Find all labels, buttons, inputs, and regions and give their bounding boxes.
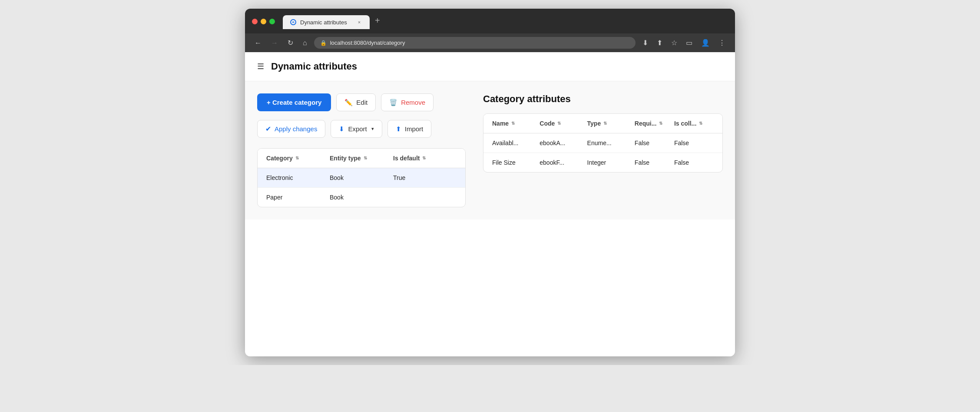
category-table-header: Category ⇅ Entity type ⇅ Is default ⇅ bbox=[258, 149, 465, 168]
page-content: ☰ Dynamic attributes + Create category ✏… bbox=[245, 52, 735, 356]
tab-bar: Dynamic attributes × + bbox=[283, 14, 384, 29]
is-default-sort-icon[interactable]: ⇅ bbox=[422, 156, 426, 160]
forward-button[interactable]: → bbox=[268, 37, 281, 49]
entity-type-column-header: Entity type ⇅ bbox=[330, 155, 393, 162]
attributes-table: Name ⇅ Code ⇅ Type ⇅ Requi... bbox=[483, 113, 723, 173]
browser-navbar: ← → ↻ ⌂ 🔒 localhost:8080/dynat/category … bbox=[245, 33, 735, 52]
attr-collection-cell: False bbox=[674, 159, 714, 166]
home-button[interactable]: ⌂ bbox=[300, 37, 310, 49]
category-table: Category ⇅ Entity type ⇅ Is default ⇅ bbox=[257, 148, 466, 207]
maximize-button[interactable] bbox=[269, 19, 275, 24]
left-panel: + Create category ✏️ Edit 🗑️ Remove ✔ Ap… bbox=[257, 93, 466, 207]
name-column-header: Name ⇅ bbox=[492, 120, 540, 127]
check-icon: ✔ bbox=[265, 125, 271, 133]
remove-label: Remove bbox=[401, 99, 425, 106]
sidebar-button[interactable]: ▭ bbox=[683, 37, 695, 49]
category-column-header: Category ⇅ bbox=[266, 155, 330, 162]
required-column-header: Requi... ⇅ bbox=[635, 120, 674, 127]
type-sort-icon[interactable]: ⇅ bbox=[603, 121, 607, 126]
edit-label: Edit bbox=[356, 99, 368, 106]
category-cell: Electronic bbox=[266, 174, 330, 181]
active-tab[interactable]: Dynamic attributes × bbox=[283, 15, 370, 29]
new-tab-button[interactable]: + bbox=[371, 14, 384, 27]
attributes-table-header: Name ⇅ Code ⇅ Type ⇅ Requi... bbox=[483, 114, 722, 133]
action-buttons-row2: ✔ Apply changes ⬇ Export ▾ ⬆ Import bbox=[257, 120, 466, 138]
close-button[interactable] bbox=[252, 19, 258, 24]
attr-required-cell: False bbox=[635, 140, 674, 146]
attr-code-cell: ebookA... bbox=[540, 140, 587, 146]
profile-button[interactable]: 👤 bbox=[699, 37, 712, 49]
minimize-button[interactable] bbox=[261, 19, 266, 24]
category-sort-icon[interactable]: ⇅ bbox=[295, 156, 299, 160]
attr-type-cell: Integer bbox=[587, 159, 635, 166]
is-collection-sort-icon[interactable]: ⇅ bbox=[699, 121, 702, 126]
page-body: + Create category ✏️ Edit 🗑️ Remove ✔ Ap… bbox=[245, 81, 735, 219]
reload-button[interactable]: ↻ bbox=[285, 37, 296, 49]
url-text: localhost:8080/dynat/category bbox=[330, 40, 405, 46]
attr-name-cell: Availabl... bbox=[492, 140, 540, 146]
is-default-column-header: Is default ⇅ bbox=[393, 155, 457, 162]
apply-changes-button[interactable]: ✔ Apply changes bbox=[257, 120, 325, 138]
page-title: Dynamic attributes bbox=[271, 61, 357, 72]
attr-collection-cell: False bbox=[674, 140, 714, 146]
code-sort-icon[interactable]: ⇅ bbox=[557, 121, 561, 126]
address-bar[interactable]: 🔒 localhost:8080/dynat/category bbox=[314, 37, 636, 49]
attributes-table-row[interactable]: Availabl... ebookA... Enume... False Fal… bbox=[483, 133, 722, 153]
menu-icon[interactable]: ☰ bbox=[257, 62, 264, 71]
action-buttons-row1: + Create category ✏️ Edit 🗑️ Remove bbox=[257, 93, 466, 111]
code-column-header: Code ⇅ bbox=[540, 120, 587, 127]
export-button[interactable]: ⬇ Export ▾ bbox=[331, 120, 382, 138]
chevron-down-icon: ▾ bbox=[371, 126, 374, 132]
category-attributes-title: Category attributes bbox=[483, 93, 723, 105]
download-icon: ⬇ bbox=[339, 125, 344, 133]
is-default-cell: True bbox=[393, 174, 457, 181]
edit-button[interactable]: ✏️ Edit bbox=[336, 93, 376, 111]
browser-controls: Dynamic attributes × + bbox=[252, 14, 728, 29]
traffic-lights bbox=[252, 19, 275, 24]
upload-icon: ⬆ bbox=[396, 125, 401, 133]
category-cell: Paper bbox=[266, 194, 330, 201]
browser-actions: ⬇ ⬆ ☆ ▭ 👤 ⋮ bbox=[640, 37, 728, 49]
trash-icon: 🗑️ bbox=[389, 99, 397, 106]
tab-title: Dynamic attributes bbox=[300, 19, 352, 26]
more-menu-button[interactable]: ⋮ bbox=[716, 37, 728, 49]
create-category-button[interactable]: + Create category bbox=[257, 93, 331, 111]
apply-label: Apply changes bbox=[275, 125, 317, 133]
browser-titlebar: Dynamic attributes × + bbox=[245, 9, 735, 33]
required-sort-icon[interactable]: ⇅ bbox=[659, 121, 662, 126]
share-button[interactable]: ⬆ bbox=[654, 37, 665, 49]
star-button[interactable]: ☆ bbox=[669, 37, 680, 49]
lock-icon: 🔒 bbox=[320, 40, 327, 46]
entity-type-sort-icon[interactable]: ⇅ bbox=[364, 156, 367, 160]
import-button[interactable]: ⬆ Import bbox=[387, 120, 432, 138]
entity-type-cell: Book bbox=[330, 174, 393, 181]
attr-code-cell: ebookF... bbox=[540, 159, 587, 166]
right-panel: Category attributes Name ⇅ Code ⇅ Type bbox=[483, 93, 723, 207]
download-button[interactable]: ⬇ bbox=[640, 37, 651, 49]
edit-icon: ✏️ bbox=[344, 99, 353, 106]
page-header: ☰ Dynamic attributes bbox=[245, 52, 735, 81]
import-label: Import bbox=[405, 125, 424, 133]
remove-button[interactable]: 🗑️ Remove bbox=[381, 93, 434, 111]
tab-close-button[interactable]: × bbox=[356, 19, 363, 26]
entity-type-cell: Book bbox=[330, 194, 393, 201]
attr-name-cell: File Size bbox=[492, 159, 540, 166]
attr-type-cell: Enume... bbox=[587, 140, 635, 146]
back-button[interactable]: ← bbox=[252, 37, 264, 49]
attr-required-cell: False bbox=[635, 159, 674, 166]
export-label: Export bbox=[348, 125, 367, 133]
table-row[interactable]: Paper Book bbox=[258, 188, 465, 207]
browser-window: Dynamic attributes × + ← → ↻ ⌂ 🔒 localho… bbox=[245, 9, 735, 356]
is-default-cell bbox=[393, 194, 457, 201]
name-sort-icon[interactable]: ⇅ bbox=[511, 121, 515, 126]
table-row[interactable]: Electronic Book True bbox=[258, 168, 465, 188]
type-column-header: Type ⇅ bbox=[587, 120, 635, 127]
is-collection-column-header: Is coll... ⇅ bbox=[674, 120, 714, 127]
attributes-table-row[interactable]: File Size ebookF... Integer False False bbox=[483, 153, 722, 172]
tab-favicon bbox=[290, 19, 297, 26]
